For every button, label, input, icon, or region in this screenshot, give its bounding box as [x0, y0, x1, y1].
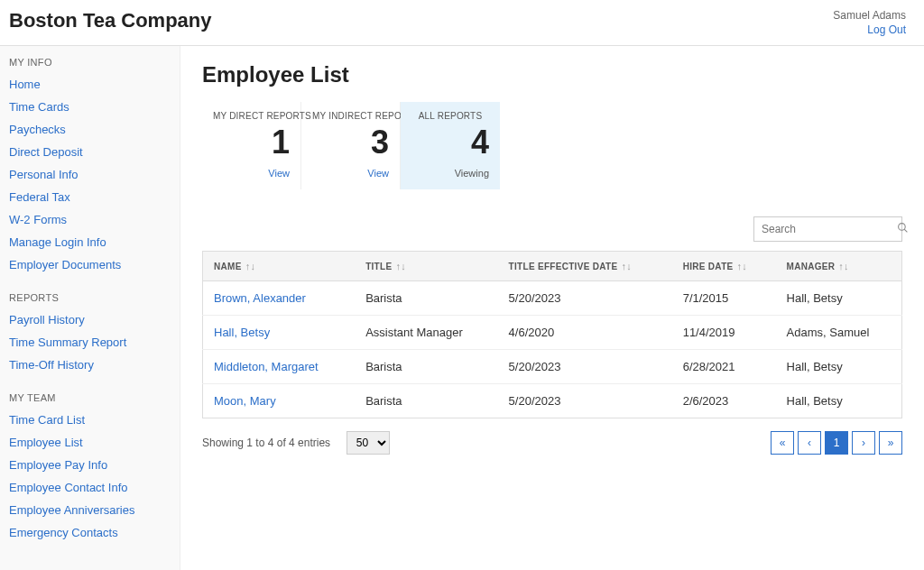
- sidebar-section: MY TEAMTime Card ListEmployee ListEmploy…: [9, 392, 171, 544]
- cell-name: Middleton, Margaret: [203, 350, 356, 384]
- sidebar-item[interactable]: Time Cards: [9, 96, 171, 118]
- sidebar-item[interactable]: Time Summary Report: [9, 331, 171, 354]
- cell-hire-date: 2/6/2023: [672, 384, 776, 418]
- sidebar-item[interactable]: Time-Off History: [9, 354, 171, 376]
- sidebar-item[interactable]: Home: [9, 73, 171, 96]
- column-label: MANAGER: [787, 262, 836, 271]
- sidebar-heading: MY TEAM: [9, 392, 171, 403]
- main-content: Employee List MY DIRECT REPORTS1ViewMY I…: [180, 46, 924, 570]
- chevron-double-left-icon: «: [780, 437, 786, 449]
- showing-text: Showing 1 to 4 of 4 entries: [202, 437, 330, 449]
- column-label: TITLE EFFECTIVE DATE: [509, 262, 618, 271]
- search-box[interactable]: [753, 216, 902, 242]
- cell-name: Moon, Mary: [203, 384, 356, 418]
- report-card[interactable]: ALL REPORTS4Viewing: [401, 102, 500, 189]
- table-row: Hall, BetsyAssistant Manager4/6/202011/4…: [203, 316, 902, 350]
- page-size-select[interactable]: 50: [346, 431, 390, 455]
- chevron-right-icon: ›: [862, 437, 865, 449]
- report-card-label: MY DIRECT REPORTS: [213, 111, 290, 121]
- chevron-left-icon: ‹: [808, 437, 811, 449]
- employee-name-link[interactable]: Moon, Mary: [214, 394, 276, 408]
- header: Boston Tea Company Samuel Adams Log Out: [0, 0, 924, 46]
- svg-point-0: [899, 224, 906, 231]
- search-row: [202, 216, 902, 242]
- report-cards: MY DIRECT REPORTS1ViewMY INDIRECT REPORT…: [202, 102, 902, 189]
- sidebar-item[interactable]: Employee Contact Info: [9, 476, 171, 499]
- sort-icon: ↑↓: [737, 261, 748, 271]
- sidebar-item[interactable]: W-2 Forms: [9, 208, 171, 231]
- sidebar-item[interactable]: Paychecks: [9, 118, 171, 141]
- cell-title-effective: 5/20/2023: [498, 384, 672, 418]
- sidebar-section: REPORTSPayroll HistoryTime Summary Repor…: [9, 292, 171, 376]
- cell-manager: Adams, Samuel: [776, 316, 902, 350]
- footer-left: Showing 1 to 4 of 4 entries 50: [202, 431, 390, 455]
- column-header[interactable]: TITLE↑↓: [355, 252, 497, 281]
- table-row: Moon, MaryBarista5/20/20232/6/2023Hall, …: [203, 384, 902, 418]
- sidebar-item[interactable]: Time Card List: [9, 409, 171, 431]
- page-title: Employee List: [202, 62, 902, 87]
- cell-title-effective: 5/20/2023: [498, 350, 672, 384]
- report-card-number: 1: [213, 126, 290, 159]
- sort-icon: ↑↓: [621, 261, 632, 271]
- column-header[interactable]: NAME↑↓: [203, 252, 356, 281]
- cell-name: Brown, Alexander: [203, 281, 356, 316]
- search-input[interactable]: [762, 223, 897, 235]
- employee-name-link[interactable]: Hall, Betsy: [214, 326, 270, 339]
- column-header[interactable]: HIRE DATE↑↓: [672, 252, 776, 281]
- sidebar-section: MY INFOHomeTime CardsPaychecksDirect Dep…: [9, 57, 171, 276]
- report-card-number: 3: [312, 126, 389, 159]
- sidebar-item[interactable]: Employee List: [9, 431, 171, 454]
- sidebar-item[interactable]: Federal Tax: [9, 186, 171, 208]
- sidebar-item[interactable]: Personal Info: [9, 163, 171, 186]
- cell-hire-date: 11/4/2019: [672, 316, 776, 350]
- page-prev-button[interactable]: ‹: [798, 431, 821, 455]
- column-header[interactable]: TITLE EFFECTIVE DATE↑↓: [498, 252, 672, 281]
- sidebar-item[interactable]: Manage Login Info: [9, 231, 171, 253]
- report-card-number: 4: [411, 126, 489, 159]
- sidebar-item[interactable]: Emergency Contacts: [9, 521, 171, 544]
- report-card[interactable]: MY DIRECT REPORTS1View: [202, 102, 301, 189]
- cell-title: Barista: [355, 281, 497, 316]
- sidebar-item[interactable]: Employee Pay Info: [9, 454, 171, 476]
- cell-manager: Hall, Betsy: [776, 281, 902, 316]
- sidebar-item[interactable]: Payroll History: [9, 308, 171, 331]
- page-first-button[interactable]: «: [771, 431, 794, 455]
- page-next-button[interactable]: ›: [852, 431, 875, 455]
- report-card-link[interactable]: View: [213, 168, 290, 179]
- sidebar: MY INFOHomeTime CardsPaychecksDirect Dep…: [0, 46, 180, 570]
- cell-hire-date: 7/1/2015: [672, 281, 776, 316]
- sidebar-item[interactable]: Employee Anniversaries: [9, 499, 171, 521]
- table-row: Middleton, MargaretBarista5/20/20236/28/…: [203, 350, 902, 384]
- sidebar-heading: MY INFO: [9, 57, 171, 68]
- search-icon: [897, 222, 909, 236]
- logout-link[interactable]: Log Out: [833, 23, 906, 36]
- cell-manager: Hall, Betsy: [776, 384, 902, 418]
- column-label: NAME: [214, 262, 242, 271]
- sort-icon: ↑↓: [395, 261, 406, 271]
- cell-title: Barista: [355, 350, 497, 384]
- report-card[interactable]: MY INDIRECT REPORTS3View: [301, 102, 401, 189]
- column-header[interactable]: MANAGER↑↓: [776, 252, 902, 281]
- report-card-label: MY INDIRECT REPORTS: [312, 111, 389, 121]
- report-card-label: ALL REPORTS: [411, 111, 489, 121]
- sort-icon: ↑↓: [838, 261, 849, 271]
- cell-hire-date: 6/28/2021: [672, 350, 776, 384]
- cell-title-effective: 4/6/2020: [498, 316, 672, 350]
- report-card-link[interactable]: View: [312, 168, 389, 179]
- header-user-block: Samuel Adams Log Out: [833, 9, 906, 36]
- page-number-button[interactable]: 1: [825, 431, 848, 455]
- sidebar-item[interactable]: Direct Deposit: [9, 141, 171, 163]
- column-label: HIRE DATE: [683, 262, 734, 271]
- chevron-double-right-icon: »: [888, 437, 894, 449]
- page-last-button[interactable]: »: [879, 431, 902, 455]
- pagination: « ‹ 1 › »: [771, 431, 902, 455]
- cell-name: Hall, Betsy: [203, 316, 356, 350]
- sidebar-item[interactable]: Employer Documents: [9, 253, 171, 276]
- company-name: Boston Tea Company: [9, 9, 212, 32]
- employee-name-link[interactable]: Middleton, Margaret: [214, 360, 319, 373]
- report-card-link[interactable]: Viewing: [411, 168, 489, 179]
- employee-name-link[interactable]: Brown, Alexander: [214, 291, 306, 305]
- cell-title: Barista: [355, 384, 497, 418]
- sort-icon: ↑↓: [245, 261, 256, 271]
- table-footer: Showing 1 to 4 of 4 entries 50 « ‹ 1 › »: [202, 431, 902, 455]
